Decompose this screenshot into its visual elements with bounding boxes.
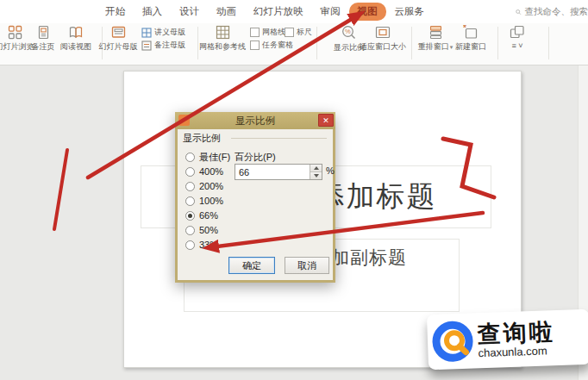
cancel-button[interactable]: 取消 (285, 257, 329, 274)
notes-master-button[interactable]: 备注母版 (141, 40, 185, 51)
separator (548, 27, 549, 59)
radio-icon (185, 167, 195, 177)
watermark-domain: chaxunla.com (478, 345, 555, 358)
gridlines-label: 网格线 (262, 27, 285, 38)
dialog-close-button[interactable]: ✕ (318, 114, 334, 127)
chaxunla-logo-icon (430, 318, 477, 364)
command-search[interactable]: 查找命令、搜索 (516, 0, 588, 23)
radio-icon (185, 182, 195, 191)
menu-home[interactable]: 开始 (97, 3, 134, 21)
new-window-label: 新建窗口 (455, 41, 486, 53)
slide-sorter-icon (8, 25, 22, 40)
grid-guides-icon (216, 25, 230, 40)
spinner-buttons (310, 165, 322, 179)
handout-master-icon (141, 28, 152, 38)
task-pane-checkbox[interactable]: 任务窗格 (250, 40, 293, 51)
checkbox-icon (250, 28, 260, 37)
close-icon: ✕ (322, 116, 329, 125)
spin-down-icon (314, 174, 319, 178)
watermark-text: 查询啦 chaxunla.com (477, 321, 555, 358)
menu-design[interactable]: 设计 (171, 3, 208, 21)
search-icon (516, 7, 522, 17)
fit-window-label: 适应窗口大小 (360, 41, 406, 53)
reading-view-icon (68, 25, 84, 40)
radio-icon (185, 153, 195, 162)
menu-slideshow[interactable]: 幻灯片放映 (245, 3, 312, 21)
grid-guides-label: 网格和参考线 (199, 41, 246, 53)
radio-icon (185, 240, 195, 250)
handout-master-button[interactable]: 讲义母版 (141, 27, 185, 38)
zoom-ratio-icon: % (341, 25, 357, 40)
view-ribbon: 幻灯片浏览 备注页 阅读视图 幻灯片母版 讲义母版 (0, 23, 588, 65)
checkbox-icon (285, 28, 294, 37)
notes-master-label: 备注母版 (154, 40, 185, 51)
radio-label: 33% (199, 240, 218, 250)
ruler-label: 标尺 (297, 27, 312, 38)
spin-up-icon (314, 166, 319, 170)
radio-label: 50% (199, 225, 218, 235)
dialog-titlebar[interactable]: 显示比例 ✕ (175, 112, 335, 129)
radio-label: 66% (199, 210, 218, 221)
radio-label: 200% (199, 181, 223, 191)
menu-cloud[interactable]: 云服务 (386, 3, 434, 21)
percent-spinner (235, 164, 322, 180)
separator (497, 27, 498, 59)
ruler-checkbox[interactable]: 标尺 (285, 27, 312, 38)
slide-master-button[interactable]: 幻灯片母版 (90, 25, 147, 53)
slide-master-label: 幻灯片母版 (99, 41, 138, 53)
group-divider (231, 138, 327, 139)
zoom-group-label: 显示比例 (183, 132, 221, 145)
search-label: 查找命令、搜索 (525, 6, 588, 18)
window-menu-icon: ≡ ˅ (511, 41, 522, 50)
ok-button[interactable]: 确定 (228, 257, 275, 274)
wps-presentation-window: { "colors": { "accent_orange": "#e0854c"… (0, 0, 588, 380)
svg-text:%: % (345, 28, 351, 35)
radio-icon (185, 226, 195, 235)
radio-label: 最佳(F) (199, 151, 230, 164)
watermark-brand: 查询啦 (477, 321, 555, 346)
wps-app-icon (178, 115, 190, 126)
reading-view-label: 阅读视图 (60, 41, 91, 53)
radio-option-33[interactable]: 33% (185, 239, 218, 251)
radio-label: 100% (199, 196, 223, 206)
menu-review[interactable]: 审阅 (312, 3, 349, 21)
spin-up-button[interactable] (310, 165, 322, 172)
checkbox-icon (250, 40, 260, 50)
cascade-windows-button[interactable]: ≡ ˅ (500, 25, 535, 50)
spin-down-button[interactable] (310, 172, 322, 179)
new-window-button[interactable]: * 新建窗口 (447, 25, 495, 53)
menu-view[interactable]: 视图 (349, 3, 386, 21)
percent-input[interactable] (235, 165, 310, 179)
new-window-icon: * (463, 25, 479, 40)
menu-insert[interactable]: 插入 (134, 3, 171, 21)
cascade-windows-icon (510, 25, 525, 40)
handout-master-label: 讲义母版 (154, 27, 185, 38)
radio-option-400[interactable]: 400% (185, 165, 223, 178)
radio-label: 400% (199, 166, 223, 177)
gridlines-checkbox[interactable]: 网格线 (250, 27, 285, 38)
radio-option-fit[interactable]: 最佳(F) (185, 151, 230, 163)
radio-option-200[interactable]: 200% (185, 180, 223, 192)
menu-animation[interactable]: 动画 (208, 3, 245, 21)
zoom-dialog: 显示比例 ✕ 显示比例 最佳(F) 400% 200% 100% 66% 50%… (175, 112, 335, 283)
radio-selected-icon (185, 211, 195, 221)
fit-window-icon (375, 25, 391, 40)
dialog-title: 显示比例 (235, 115, 275, 128)
red-stroke-left (54, 150, 67, 229)
notes-page-icon (36, 25, 51, 40)
radio-option-100[interactable]: 100% (185, 195, 223, 207)
task-pane-label: 任务窗格 (262, 40, 293, 51)
svg-text:*: * (463, 25, 466, 33)
fit-window-button[interactable]: 适应窗口大小 (356, 25, 410, 53)
separator (316, 27, 317, 59)
radio-option-66-selected[interactable]: 66% (185, 209, 218, 221)
menu-bar: 开始 插入 设计 动画 幻灯片放映 审阅 视图 云服务 查找命令、搜索 (0, 0, 588, 24)
rearrange-windows-icon (428, 25, 443, 40)
percent-label: 百分比(P) (235, 151, 276, 164)
grid-guides-button[interactable]: 网格和参考线 (194, 25, 251, 53)
radio-option-50[interactable]: 50% (185, 224, 218, 236)
notes-master-icon (141, 40, 152, 51)
radio-icon (185, 196, 195, 206)
percent-suffix: % (326, 165, 335, 176)
menu-items: 开始 插入 设计 动画 幻灯片放映 审阅 视图 云服务 (97, 0, 433, 23)
